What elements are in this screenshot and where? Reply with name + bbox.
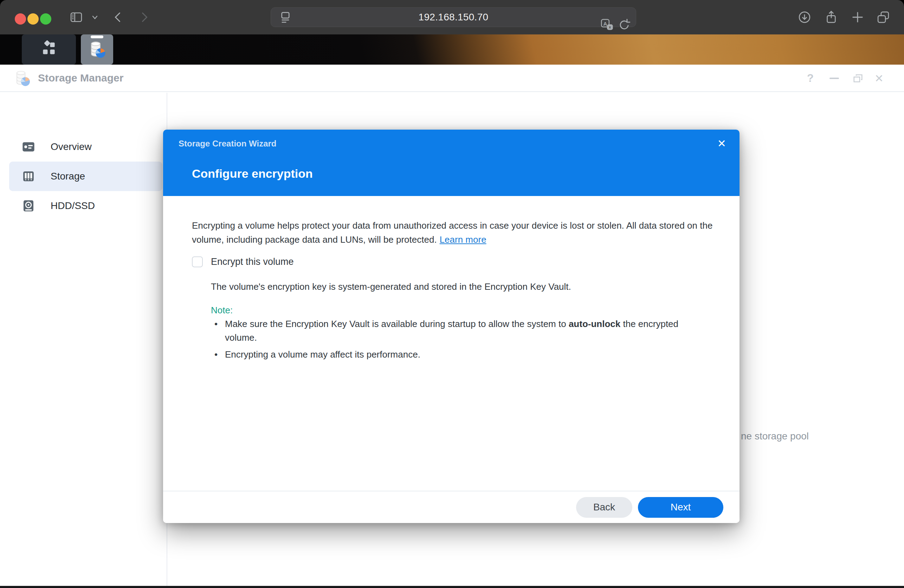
note-text: Encrypting a volume may affect its perfo… — [225, 349, 420, 360]
window-close-traffic-light[interactable] — [15, 13, 26, 25]
back-icon[interactable] — [112, 11, 125, 24]
note-heading: Note: — [211, 305, 233, 316]
key-vault-text: The volume's encryption key is system-ge… — [211, 281, 571, 292]
note-list: Make sure the Encryption Key Vault is av… — [212, 317, 711, 364]
svg-text:x: x — [609, 25, 611, 29]
address-bar[interactable]: 192.168.150.70 A x — [271, 7, 636, 27]
encryption-intro-text: Encrypting a volume helps protect your d… — [192, 219, 719, 247]
tab-overview-icon[interactable] — [876, 10, 891, 25]
forward-icon[interactable] — [138, 11, 150, 24]
minimize-button[interactable] — [830, 77, 839, 79]
maximize-icon — [853, 73, 863, 84]
sidebar-item-label: Storage — [51, 171, 85, 182]
wizard-body: Encrypting a volume helps protect your d… — [163, 196, 740, 491]
translate-icon[interactable]: A x — [600, 18, 614, 32]
close-window-button[interactable]: ✕ — [874, 72, 883, 85]
sidebar-toggle-icon[interactable] — [69, 10, 84, 25]
note-item: Make sure the Encryption Key Vault is av… — [212, 317, 701, 345]
storage-icon — [21, 169, 36, 184]
chevron-down-icon[interactable] — [91, 13, 99, 21]
app-title-bar: Storage Manager ? ✕ — [0, 65, 904, 92]
note-text: Make sure the Encryption Key Vault is av… — [225, 318, 569, 329]
help-button[interactable]: ? — [807, 72, 814, 85]
storage-manager-taskbar-button[interactable] — [81, 35, 113, 65]
wizard-step-title: Configure encryption — [192, 167, 313, 181]
storage-manager-app-icon — [87, 39, 107, 60]
encrypt-volume-label[interactable]: Encrypt this volume — [211, 256, 294, 267]
next-button[interactable]: Next — [638, 497, 723, 518]
screenshot-root: 192.168.150.70 A x — [0, 0, 904, 588]
reload-icon[interactable] — [618, 18, 631, 32]
encrypt-volume-row: Encrypt this volume — [192, 256, 294, 267]
window-minimize-traffic-light[interactable] — [27, 13, 39, 25]
window-bottom-edge — [0, 586, 904, 588]
url-text[interactable]: 192.168.150.70 — [271, 12, 636, 23]
sidebar-item-storage[interactable]: Storage — [9, 162, 163, 191]
wizard-footer: Back Next — [163, 491, 740, 523]
wizard-header: Storage Creation Wizard ✕ Configure encr… — [163, 129, 740, 196]
svg-text:A: A — [604, 21, 607, 27]
sidebar-item-overview[interactable]: Overview — [9, 132, 163, 162]
app-title: Storage Manager — [38, 72, 123, 84]
active-app-indicator — [91, 35, 103, 38]
sidebar-item-label: Overview — [51, 141, 92, 153]
wizard-title: Storage Creation Wizard — [179, 139, 277, 148]
encrypt-volume-checkbox[interactable] — [192, 256, 203, 267]
back-button[interactable]: Back — [576, 497, 632, 518]
learn-more-link[interactable]: Learn more — [440, 234, 487, 245]
browser-toolbar: 192.168.150.70 A x — [0, 0, 904, 35]
storage-creation-wizard-dialog: Storage Creation Wizard ✕ Configure encr… — [163, 129, 740, 523]
sidebar-item-label: HDD/SSD — [51, 200, 95, 211]
downloads-icon[interactable] — [797, 10, 812, 25]
desktop-wallpaper-strip — [0, 35, 904, 65]
minimize-icon — [830, 77, 839, 79]
app-grid-icon — [39, 40, 59, 59]
note-bold-text: auto-unlock — [569, 318, 620, 329]
share-icon[interactable] — [824, 10, 839, 25]
maximize-button[interactable] — [853, 73, 863, 84]
overview-icon — [21, 139, 36, 154]
background-partial-text: ne storage pool — [741, 430, 809, 442]
hdd-ssd-icon — [21, 199, 36, 213]
wizard-close-button[interactable]: ✕ — [718, 137, 726, 150]
sidebar-nav: Overview Storage HDD/ — [0, 93, 167, 586]
main-menu-button[interactable] — [22, 35, 76, 65]
window-zoom-traffic-light[interactable] — [40, 13, 51, 25]
storage-manager-title-icon — [13, 69, 32, 88]
sidebar-item-hdd-ssd[interactable]: HDD/SSD — [9, 191, 163, 221]
new-tab-icon[interactable] — [850, 10, 864, 24]
note-item: Encrypting a volume may affect its perfo… — [212, 348, 701, 361]
